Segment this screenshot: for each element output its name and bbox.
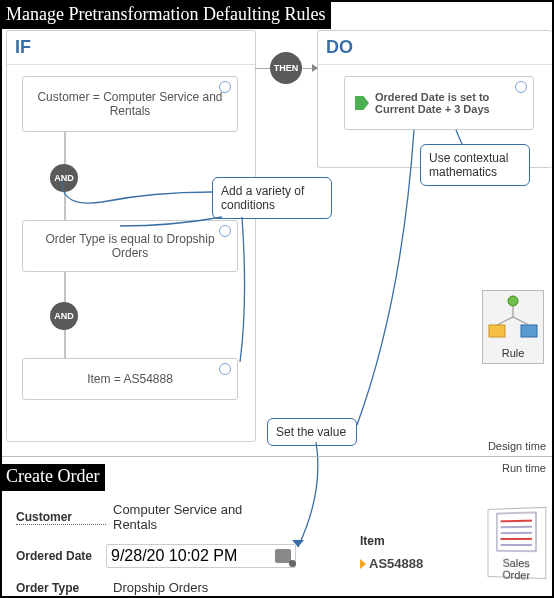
svg-line-6 [513,317,529,325]
ordered-date-input[interactable]: 9/28/20 10:02 PM [106,544,296,568]
condition-handle-icon[interactable] [515,81,527,93]
condition-handle-icon[interactable] [219,363,231,375]
svg-line-9 [501,527,532,528]
sales-order-label: Sales Order [488,557,545,583]
condition-customer[interactable]: Customer = Computer Service and Rentals [22,76,238,132]
customer-value[interactable]: Computer Service and Rentals [106,498,296,536]
callout-math: Use contextual mathematics [420,144,530,186]
document-icon [489,508,544,555]
svg-rect-1 [489,325,505,337]
workflow-icon [483,291,543,345]
condition-item[interactable]: Item = AS54888 [22,358,238,400]
create-order-title: Create Order [2,464,105,491]
customer-label: Customer [16,510,106,525]
order-type-label: Order Type [16,581,106,595]
condition-handle-icon[interactable] [219,225,231,237]
svg-line-5 [497,317,513,325]
item-label: Item [360,534,423,548]
rule-card[interactable]: Rule [482,290,544,364]
then-bridge: THEN [255,52,317,84]
then-arrow-icon [312,64,318,72]
calendar-icon[interactable] [275,549,291,563]
action-ordered-date[interactable]: Ordered Date is set to Current Date + 3 … [344,76,534,130]
if-header: IF [7,31,255,65]
condition-order-type[interactable]: Order Type is equal to Dropship Orders [22,220,238,272]
create-order-panel: Customer Computer Service and Rentals Or… [2,490,552,598]
svg-line-8 [501,521,532,522]
tag-icon [355,96,369,110]
callout-conditions: Add a variety of conditions [212,177,332,219]
callout-set-value: Set the value [267,418,357,446]
time-divider [2,456,552,457]
do-header: DO [318,31,552,65]
sales-order-card[interactable]: Sales Order [488,507,547,579]
page-title: Manage Pretransformation Defaulting Rule… [2,2,331,29]
order-type-value[interactable]: Dropship Orders [106,576,296,598]
svg-rect-2 [521,325,537,337]
svg-point-3 [508,296,518,306]
and-pill-1: AND [50,164,78,192]
condition-handle-icon[interactable] [219,81,231,93]
run-time-label: Run time [502,462,546,474]
then-label: THEN [270,52,302,84]
item-value[interactable]: AS54888 [360,556,423,571]
rule-card-label: Rule [483,347,543,359]
and-pill-2: AND [50,302,78,330]
design-time-label: Design time [488,440,546,452]
ordered-date-label: Ordered Date [16,549,106,563]
item-panel: Item AS54888 [360,534,423,571]
